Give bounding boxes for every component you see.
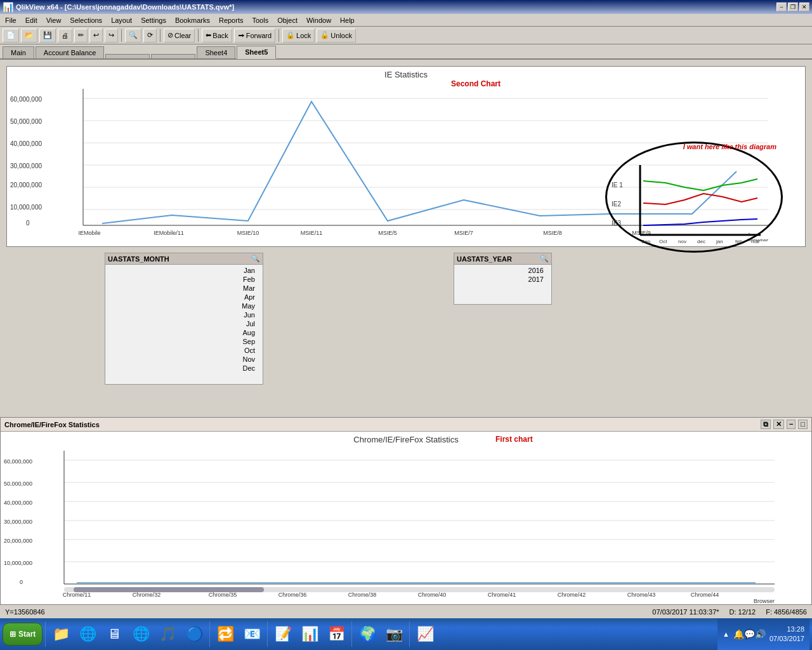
tab-empty2[interactable]: [151, 54, 195, 58]
svg-text:50,000,000: 50,000,000: [4, 481, 32, 487]
taskbar-camera-icon[interactable]: 📷: [381, 623, 407, 646]
systray: ▲ 🔔💬🔊 13:28 07/03/2017: [717, 618, 809, 650]
menu-help[interactable]: Help: [336, 15, 358, 25]
svg-text:MSIE/11: MSIE/11: [301, 230, 323, 236]
undo-btn[interactable]: ↩: [89, 29, 103, 43]
systray-chevron[interactable]: ▲: [723, 630, 730, 638]
open-btn[interactable]: 📂: [21, 29, 37, 43]
svg-text:0: 0: [20, 579, 23, 585]
taskbar-network-icon[interactable]: 🌐: [128, 623, 154, 646]
menu-window[interactable]: Window: [303, 15, 335, 25]
filter-month-mar[interactable]: Mar: [108, 284, 260, 293]
filter-month-nov[interactable]: Nov: [108, 355, 260, 364]
filter-month-search-icon[interactable]: 🔍: [251, 255, 260, 263]
forward-btn[interactable]: ⮕ Forward: [234, 29, 275, 43]
menu-file[interactable]: File: [1, 15, 20, 25]
taskbar-arrow-icon[interactable]: 🔁: [213, 623, 238, 646]
forward-icon: ⮕: [238, 32, 245, 39]
find-btn[interactable]: 🔍: [125, 29, 141, 43]
filter-month-apr[interactable]: Apr: [108, 293, 260, 302]
chrome-header-icons: ⧉ ✕ − □: [761, 420, 808, 429]
window-close-btn[interactable]: ✕: [799, 3, 809, 11]
chrome-maximize-icon[interactable]: □: [798, 420, 808, 429]
menu-tools[interactable]: Tools: [248, 15, 272, 25]
filter-month-may[interactable]: May: [108, 302, 260, 310]
svg-text:60,000,000: 60,000,000: [4, 458, 32, 465]
taskbar-word-icon[interactable]: 📝: [270, 623, 296, 646]
taskbar-chrome-icon[interactable]: 🌐: [75, 623, 100, 646]
taskbar-separator-2: [209, 621, 210, 647]
tab-account-balance[interactable]: Account Balance: [36, 46, 105, 58]
back-btn[interactable]: ⬅ Back: [202, 29, 232, 43]
start-label: Start: [18, 630, 36, 639]
chrome-close-x-icon[interactable]: ✕: [773, 420, 784, 429]
filter-year-title: UASTATS_YEAR: [457, 255, 512, 263]
undo-icon: ↩: [93, 31, 99, 39]
filter-month-feb[interactable]: Feb: [108, 275, 260, 284]
clear-btn[interactable]: ⊘ Clear: [164, 29, 195, 43]
filter-month-jan[interactable]: Jan: [108, 266, 260, 275]
redo-btn[interactable]: ↪: [105, 29, 118, 43]
menu-object[interactable]: Object: [273, 15, 301, 25]
filter-month-sep[interactable]: Sep: [108, 337, 260, 346]
edit-btn[interactable]: ✏: [74, 29, 88, 43]
filter-year-2017[interactable]: 2017: [457, 275, 549, 284]
tab-empty1[interactable]: [105, 54, 150, 58]
svg-text:30,000,000: 30,000,000: [4, 519, 32, 525]
filter-year-search-icon[interactable]: 🔍: [540, 255, 549, 263]
window-minimize-btn[interactable]: −: [776, 3, 787, 11]
filter-year-2016[interactable]: 2016: [457, 266, 549, 275]
systray-icons: 🔔💬🔊: [733, 629, 766, 639]
svg-text:Chrome/35: Chrome/35: [209, 592, 237, 598]
chrome-restore-icon[interactable]: ⧉: [761, 420, 771, 429]
tab-bar: Main Account Balance Sheet4 Sheet5: [0, 44, 812, 60]
svg-text:MSIE/5: MSIE/5: [378, 230, 397, 236]
menu-reports[interactable]: Reports: [215, 15, 247, 25]
reload-btn[interactable]: ⟳: [143, 29, 157, 43]
systray-clock: 13:28: [769, 625, 804, 634]
save-btn[interactable]: 💾: [39, 29, 56, 43]
menu-view[interactable]: View: [43, 15, 65, 25]
lock-btn[interactable]: 🔒 Lock: [282, 29, 315, 43]
filter-month-jun[interactable]: Jun: [108, 310, 260, 319]
taskbar-ie-icon[interactable]: 🔵: [181, 623, 207, 646]
taskbar-ppt-icon[interactable]: 📊: [297, 623, 322, 646]
print-btn[interactable]: 🖨: [58, 29, 72, 43]
filter-month-aug[interactable]: Aug: [108, 328, 260, 337]
filter-year-list: 2016 2017: [454, 265, 551, 285]
menu-layout[interactable]: Layout: [107, 15, 136, 25]
title-bar: 📊 QlikView x64 - [C:\Users\jonnagaddav\D…: [0, 0, 812, 14]
taskbar-win-icon[interactable]: 🖥: [102, 623, 127, 646]
new-btn[interactable]: 📄: [3, 29, 19, 43]
filter-month-dec[interactable]: Dec: [108, 364, 260, 373]
taskbar-folder-icon[interactable]: 📁: [48, 623, 74, 646]
svg-text:50,000,000: 50,000,000: [10, 118, 42, 125]
filter-month-jul[interactable]: Jul: [108, 319, 260, 328]
status-d-value: D: 12/12: [730, 608, 756, 616]
unlock-btn[interactable]: 🔓 Unlock: [317, 29, 356, 43]
taskbar-excel-icon[interactable]: 📈: [412, 623, 438, 646]
status-right: 07/03/2017 11:03:37* D: 12/12 F: 4856/48…: [652, 608, 807, 616]
menu-settings[interactable]: Settings: [137, 15, 170, 25]
tab-sheet4[interactable]: Sheet4: [197, 46, 235, 58]
svg-text:40,000,000: 40,000,000: [10, 140, 42, 147]
window-restore-btn[interactable]: ❐: [788, 3, 798, 11]
tab-main[interactable]: Main: [3, 46, 34, 58]
menu-bar: File Edit View Selections Layout Setting…: [0, 14, 812, 27]
taskbar-separator-5: [409, 621, 410, 647]
taskbar-separator-3: [267, 621, 268, 647]
tab-sheet5[interactable]: Sheet5: [237, 46, 276, 59]
menu-selections[interactable]: Selections: [66, 15, 106, 25]
taskbar-music-icon[interactable]: 🎵: [155, 623, 180, 646]
menu-edit[interactable]: Edit: [22, 15, 41, 25]
taskbar-mail-icon[interactable]: 📧: [239, 623, 265, 646]
filter-month-title: UASTATS_MONTH: [108, 255, 169, 263]
svg-text:Chrome/32: Chrome/32: [133, 592, 161, 598]
taskbar-browser-icon[interactable]: 🌍: [355, 623, 380, 646]
chrome-minimize-icon[interactable]: −: [787, 420, 796, 429]
filter-month-oct[interactable]: Oct: [108, 346, 260, 355]
unlock-label: Unlock: [331, 32, 352, 39]
taskbar-outlook-icon[interactable]: 📅: [324, 623, 349, 646]
menu-bookmarks[interactable]: Bookmarks: [171, 15, 214, 25]
start-button[interactable]: ⊞ Start: [3, 623, 43, 646]
